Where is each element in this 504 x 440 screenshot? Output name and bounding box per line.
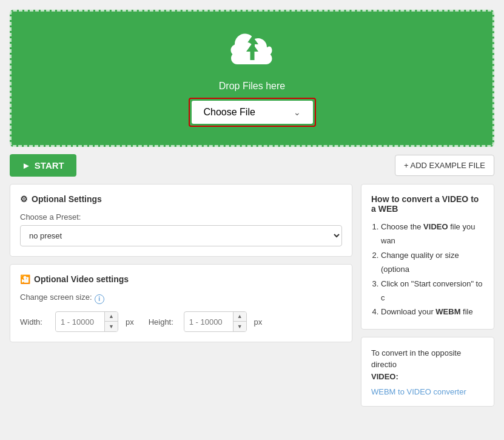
video-settings-card: 🎦 Optional Video settings Change screen …: [10, 264, 352, 342]
video-camera-icon: 🎦: [20, 274, 30, 284]
preset-select[interactable]: no preset low quality medium quality hig…: [20, 225, 342, 246]
height-increment-button[interactable]: ▲: [234, 312, 246, 322]
help-card-2: To convert in the opposite directioVIDEO…: [361, 337, 494, 407]
help-step-2: Change quality or size (optiona: [381, 248, 484, 277]
preset-label: Choose a Preset:: [20, 212, 342, 222]
optional-settings-card: ⚙ Optional Settings Choose a Preset: no …: [10, 184, 352, 257]
width-decrement-button[interactable]: ▼: [105, 322, 118, 331]
choose-file-button[interactable]: Choose File ⌄: [192, 101, 313, 124]
width-input-wrapper: ▲ ▼: [55, 311, 118, 332]
width-px-label: px: [126, 317, 134, 327]
add-example-label: + ADD EXAMPLE FILE: [404, 161, 485, 170]
video-settings-label: Optional Video settings: [34, 274, 129, 284]
start-arrow-icon: ►: [22, 160, 31, 171]
cloud-upload-icon-main: [228, 32, 277, 75]
drop-zone[interactable]: Drop Files here Choose File ⌄: [10, 10, 494, 147]
width-input[interactable]: [56, 313, 104, 331]
webm-to-video-link[interactable]: WEBM to VIDEO converter: [371, 387, 466, 396]
help-steps-list: Choose the VIDEO file you wan Change qua…: [371, 220, 484, 319]
action-bar: ► START + ADD EXAMPLE FILE: [10, 154, 494, 177]
help-card-1: How to convert a VIDEO to a WEB Choose t…: [361, 184, 494, 330]
drop-files-text: Drop Files here: [219, 81, 285, 92]
screen-size-row: Change screen size: i: [20, 293, 342, 305]
optional-settings-title: ⚙ Optional Settings: [20, 194, 342, 204]
choose-file-wrapper: Choose File ⌄: [189, 98, 316, 127]
info-icon[interactable]: i: [95, 294, 104, 304]
screen-size-label: Change screen size:: [20, 293, 92, 302]
help-step-4: Download your WEBM file: [381, 305, 484, 319]
width-label: Width:: [20, 317, 50, 327]
opposite-direction-text: To convert in the opposite directioVIDEO…: [371, 347, 484, 383]
right-panel: How to convert a VIDEO to a WEB Choose t…: [361, 184, 494, 407]
start-label: START: [35, 160, 64, 171]
height-input-wrapper: ▲ ▼: [184, 311, 247, 332]
content-row: ⚙ Optional Settings Choose a Preset: no …: [10, 184, 494, 407]
optional-settings-label: Optional Settings: [32, 194, 102, 204]
chevron-down-icon: ⌄: [294, 107, 301, 117]
height-label: Height:: [149, 317, 179, 327]
choose-file-label: Choose File: [204, 107, 255, 118]
height-px-label: px: [254, 317, 263, 327]
gear-icon: ⚙: [20, 194, 28, 204]
main-container: Drop Files here Choose File ⌄ ► START + …: [10, 10, 494, 407]
height-input[interactable]: [184, 313, 233, 331]
help-title: How to convert a VIDEO to a WEB: [371, 194, 484, 214]
width-increment-button[interactable]: ▲: [105, 312, 118, 322]
help-step-3: Click on "Start conversion" to c: [381, 277, 484, 305]
height-decrement-button[interactable]: ▼: [234, 322, 246, 331]
help-step-1: Choose the VIDEO file you wan: [381, 220, 484, 248]
video-settings-title: 🎦 Optional Video settings: [20, 274, 342, 284]
add-example-button[interactable]: + ADD EXAMPLE FILE: [395, 155, 494, 176]
height-stepper: ▲ ▼: [233, 312, 246, 331]
start-button[interactable]: ► START: [10, 154, 76, 177]
left-panel: ⚙ Optional Settings Choose a Preset: no …: [10, 184, 352, 407]
width-stepper: ▲ ▼: [104, 312, 118, 331]
size-inputs-row: Width: ▲ ▼ px Height: ▲ ▼: [20, 311, 342, 332]
